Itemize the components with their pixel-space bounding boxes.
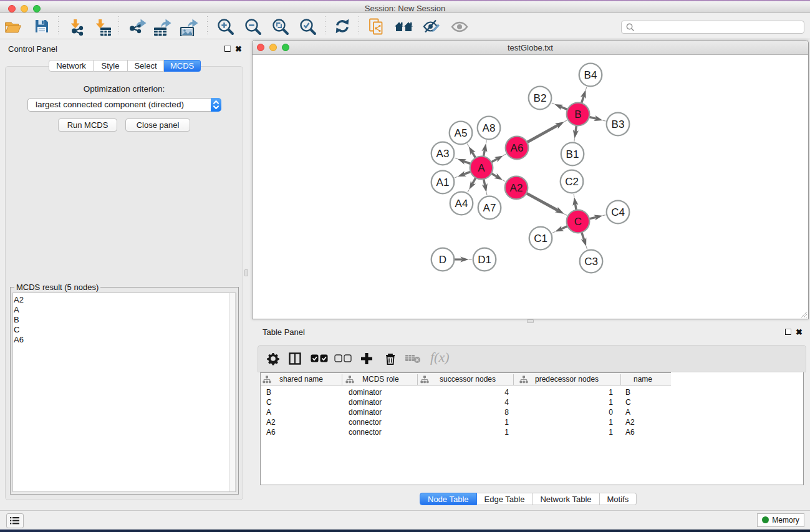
svg-text:D: D xyxy=(439,254,446,266)
svg-text:B: B xyxy=(574,109,581,120)
svg-text:B4: B4 xyxy=(584,69,597,81)
svg-text:B1: B1 xyxy=(566,148,579,160)
svg-text:B3: B3 xyxy=(612,118,625,130)
svg-text:A8: A8 xyxy=(483,122,496,134)
svg-text:C: C xyxy=(574,216,582,228)
svg-text:A3: A3 xyxy=(436,148,450,160)
svg-text:B2: B2 xyxy=(534,92,547,104)
svg-text:C1: C1 xyxy=(534,233,547,244)
svg-text:C2: C2 xyxy=(565,176,579,188)
svg-text:A7: A7 xyxy=(483,202,496,214)
svg-text:A5: A5 xyxy=(455,127,468,139)
svg-text:D1: D1 xyxy=(478,254,491,266)
svg-text:A2: A2 xyxy=(510,182,523,194)
svg-text:A4: A4 xyxy=(455,198,468,210)
svg-text:C3: C3 xyxy=(584,256,598,268)
svg-text:A6: A6 xyxy=(511,142,524,154)
svg-text:A: A xyxy=(478,162,485,174)
svg-text:A1: A1 xyxy=(436,177,450,188)
svg-text:C4: C4 xyxy=(611,206,625,218)
